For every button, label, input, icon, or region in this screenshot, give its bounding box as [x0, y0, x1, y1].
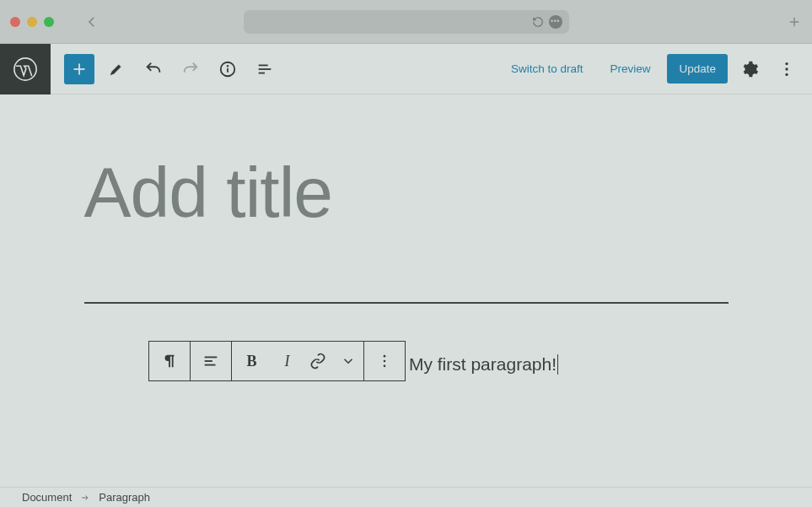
undo-button[interactable] — [138, 54, 169, 84]
update-button[interactable]: Update — [667, 54, 728, 84]
svg-point-7 — [228, 65, 229, 66]
page-options-icon[interactable]: ••• — [549, 15, 562, 29]
reload-icon[interactable] — [532, 16, 544, 28]
window-controls — [10, 17, 54, 27]
redo-button[interactable] — [175, 54, 206, 84]
svg-point-18 — [383, 360, 385, 363]
wordpress-logo-button[interactable] — [0, 44, 51, 94]
paragraph-block-icon[interactable] — [149, 342, 190, 380]
minimize-window-button[interactable] — [27, 17, 37, 27]
editor-canvas[interactable]: Add title B I — [0, 94, 812, 487]
bold-button[interactable]: B — [232, 342, 272, 380]
browser-back-button[interactable] — [84, 14, 99, 30]
svg-point-13 — [785, 73, 788, 75]
url-bar[interactable]: ••• — [244, 10, 569, 34]
breadcrumb-root[interactable]: Document — [22, 491, 72, 504]
editor-right-tools: Switch to draft Preview Update — [501, 54, 812, 84]
svg-point-11 — [785, 62, 788, 64]
paragraph-text-content: My first paragraph! — [409, 354, 557, 375]
block-toolbar: B I — [148, 341, 406, 381]
block-breadcrumb: Document Paragraph — [0, 487, 812, 507]
close-window-button[interactable] — [10, 17, 20, 27]
separator-block[interactable] — [84, 302, 729, 304]
add-block-button[interactable] — [64, 54, 94, 84]
post-title-input[interactable]: Add title — [84, 157, 729, 228]
more-rich-text-button[interactable] — [333, 342, 363, 380]
editor-top-bar: Switch to draft Preview Update — [0, 44, 812, 94]
switch-to-draft-button[interactable]: Switch to draft — [501, 54, 594, 84]
text-cursor — [557, 354, 558, 375]
tools-select-button[interactable] — [101, 54, 132, 84]
preview-button[interactable]: Preview — [600, 54, 660, 84]
outline-button[interactable] — [250, 54, 280, 84]
editor-left-tools — [51, 54, 280, 84]
chevron-right-icon — [80, 493, 90, 503]
zoom-window-button[interactable] — [44, 17, 54, 27]
link-button[interactable] — [303, 342, 333, 380]
svg-point-12 — [785, 67, 788, 70]
paragraph-block[interactable]: My first paragraph! — [409, 354, 558, 375]
settings-button[interactable] — [734, 54, 765, 84]
browser-chrome: ••• — [0, 0, 812, 44]
details-button[interactable] — [212, 54, 243, 84]
svg-point-19 — [383, 365, 385, 368]
align-button[interactable] — [191, 342, 231, 380]
block-more-options-button[interactable] — [364, 342, 405, 380]
breadcrumb-current[interactable]: Paragraph — [99, 491, 150, 504]
more-options-button[interactable] — [772, 54, 802, 84]
italic-button[interactable]: I — [272, 342, 303, 380]
svg-point-17 — [383, 355, 385, 358]
new-tab-button[interactable] — [787, 14, 802, 30]
